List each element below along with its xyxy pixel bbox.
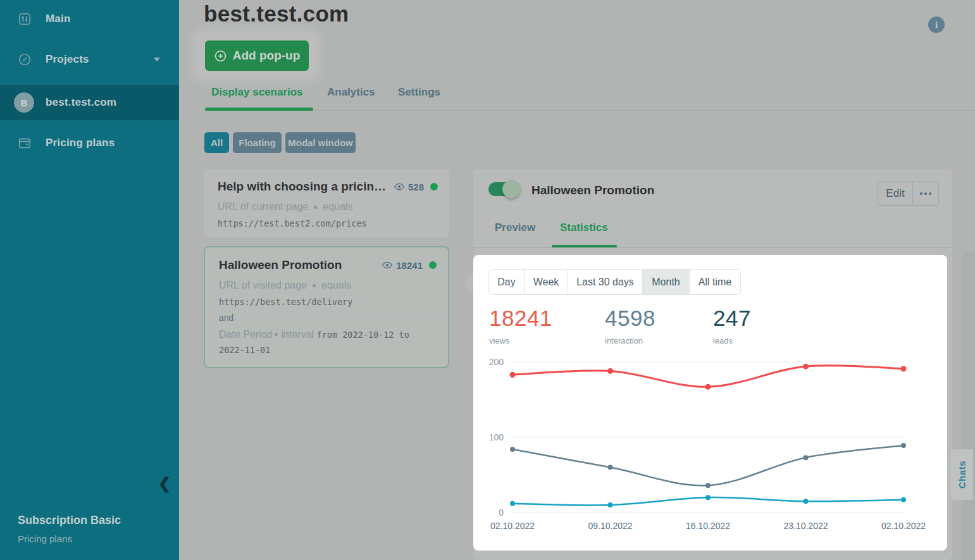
stats-chart[interactable]: 010020002.10.202209.10.202216.10.202223.…: [488, 350, 931, 540]
sidebar-item-pricing-plans[interactable]: Pricing plans: [0, 128, 179, 158]
sidebar-item-label: Main: [46, 13, 71, 25]
tab-settings[interactable]: Settings: [398, 86, 440, 99]
toggle-knob: [502, 180, 520, 198]
add-popup-label: Add pop-up: [233, 49, 301, 63]
rule-operator: equals: [321, 280, 351, 291]
metric-value: 4598: [605, 306, 655, 331]
scenario-card-halloween-promotion[interactable]: Halloween Promotion 18241 URL of visited…: [204, 246, 449, 368]
sidebar-item-main[interactable]: Main: [0, 4, 179, 34]
separator-dot: [313, 284, 316, 287]
sidebar-item-projects[interactable]: Projects: [0, 44, 179, 75]
plus-circle-icon: [214, 49, 227, 63]
rule-value: https://best.test/delivery: [219, 297, 437, 307]
metric-label: interaction: [605, 336, 655, 345]
collapse-sidebar-icon[interactable]: ❮: [158, 475, 171, 492]
projects-icon: [16, 53, 33, 66]
status-dot: [429, 261, 437, 269]
status-dot: [430, 183, 438, 190]
sidebar-item-label: Pricing plans: [46, 137, 115, 149]
filter-modal-window[interactable]: Modal window: [285, 132, 356, 153]
sidebar-item-label: best.test.com: [46, 96, 116, 109]
scenario-title: Halloween Promotion: [219, 258, 376, 272]
tab-display-scenarios[interactable]: Display scenarios: [211, 86, 303, 99]
tab-preview[interactable]: Preview: [495, 221, 535, 234]
avatar: B: [14, 92, 34, 113]
svg-text:02.10.2022: 02.10.2022: [490, 521, 535, 531]
metric-value: 247: [713, 306, 751, 331]
rule2-operator: interval: [282, 329, 314, 340]
chats-tab-label: Chats: [957, 461, 967, 488]
filter-floating[interactable]: Floating: [233, 132, 282, 153]
views-counter: 528: [394, 182, 424, 192]
panel-arrow: [463, 271, 473, 294]
metric-label: views: [489, 336, 552, 345]
chats-tab[interactable]: Chats: [950, 449, 973, 500]
tab-statistics[interactable]: Statistics: [560, 221, 608, 234]
svg-text:09.10.2022: 09.10.2022: [588, 521, 632, 531]
eye-icon: [382, 261, 392, 269]
svg-text:23.10.2022: 23.10.2022: [783, 521, 828, 531]
svg-text:200: 200: [489, 357, 504, 367]
tabs-divider: [205, 110, 975, 111]
metric-interaction: 4598 interaction: [605, 306, 655, 345]
page-title: best.test.com: [204, 1, 349, 27]
rule-operator: equals: [323, 201, 352, 213]
rule2-field: Date Period: [219, 329, 273, 340]
scenario-enabled-toggle[interactable]: [488, 182, 518, 196]
tabs-divider: [473, 247, 952, 248]
range-week[interactable]: Week: [524, 270, 568, 294]
range-month[interactable]: Month: [642, 270, 689, 294]
subscription-title: Subscription Basic: [18, 514, 121, 527]
range-last-30-days[interactable]: Last 30 days: [568, 270, 642, 294]
more-icon: [920, 192, 922, 195]
sliders-icon: [16, 12, 33, 26]
views-counter: 18241: [382, 260, 423, 271]
chevron-down-icon: [154, 58, 160, 61]
scroll-strip: [962, 252, 975, 560]
rule-value: https://test.best2.com/prices: [218, 218, 438, 228]
rule-field: URL of visited page: [219, 280, 307, 291]
metric-leads: 247 leads: [713, 306, 751, 345]
active-tab-underline: [205, 108, 313, 111]
svg-text:100: 100: [489, 432, 504, 442]
dashed-divider: [240, 318, 437, 318]
sidebar: Main Projects B best.test.com: [0, 0, 179, 560]
metric-value: 18241: [489, 306, 552, 331]
svg-text:0: 0: [499, 507, 504, 518]
add-popup-button[interactable]: Add pop-up: [205, 40, 309, 71]
rule-field: URL of current page: [218, 201, 308, 213]
separator-dot: [314, 206, 317, 209]
sidebar-item-label: Projects: [46, 53, 89, 66]
app-root: Main Projects B best.test.com: [0, 0, 975, 560]
metric-label: leads: [713, 336, 751, 345]
separator-dot: [275, 333, 278, 336]
info-icon[interactable]: i: [928, 16, 945, 33]
wallet-icon: [16, 136, 33, 150]
svg-text:02.10.2022: 02.10.2022: [881, 521, 926, 531]
edit-button-group: Edit: [878, 182, 939, 206]
date-range-group: Day Week Last 30 days Month All time: [488, 269, 741, 295]
scenario-card-pricing-help[interactable]: Help with choosing a pricing... 528 URL …: [204, 169, 449, 238]
more-menu-button[interactable]: [913, 182, 938, 205]
metric-views: 18241 views: [489, 306, 552, 345]
range-day[interactable]: Day: [489, 270, 524, 294]
scenario-detail-panel: Halloween Promotion Edit Preview Statist…: [473, 169, 952, 560]
tab-analytics[interactable]: Analytics: [327, 86, 375, 99]
statistics-panel: Day Week Last 30 days Month All time 182…: [473, 255, 947, 551]
detail-title: Halloween Promotion: [531, 184, 654, 197]
scenario-title: Help with choosing a pricing...: [218, 180, 388, 194]
range-all-time[interactable]: All time: [689, 270, 740, 294]
edit-button[interactable]: Edit: [878, 182, 913, 205]
filter-all[interactable]: All: [204, 132, 229, 153]
eye-icon: [394, 183, 404, 190]
rule-conjunction: and: [219, 313, 233, 323]
subscription-pricing-link[interactable]: Pricing plans: [18, 533, 72, 544]
sidebar-item-best-test-com[interactable]: B best.test.com: [0, 85, 179, 120]
svg-text:16.10.2022: 16.10.2022: [686, 521, 730, 531]
